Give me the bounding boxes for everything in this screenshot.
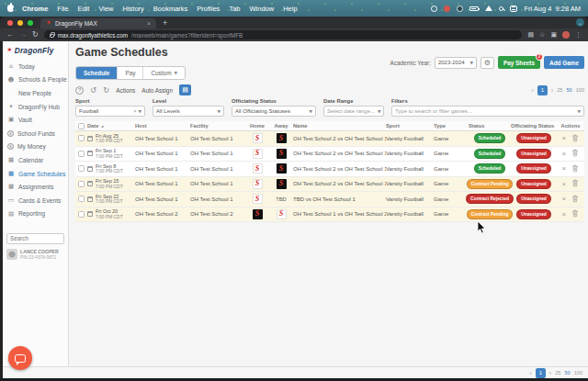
row-checkbox[interactable] [78,135,85,141]
actions-menu[interactable]: Actions [116,87,135,94]
spotlight-search-icon[interactable] [499,6,503,11]
column-away[interactable]: Away [269,123,293,129]
search-input[interactable] [6,233,64,244]
menubar-item-window[interactable]: Window [249,5,274,13]
date-range-filter-select[interactable]: Select date range... ▼ [323,106,384,117]
auto-assign-button[interactable]: Auto Assign [141,87,173,94]
pay-sheets-button[interactable]: Pay Sheets 2 [498,56,540,69]
page-size-50[interactable]: 50 [566,87,571,93]
new-tab-button[interactable]: + [163,19,167,28]
control-center-icon[interactable] [510,6,517,12]
sidebar-item-vault[interactable]: ▣Vault [3,113,68,127]
table-row[interactable]: Fri Sep 8 7:00 PM CDT OH Test School 1 O… [75,162,584,177]
delete-game-icon[interactable] [571,164,579,174]
pagination-next-icon[interactable]: › [549,370,551,376]
page-size-25[interactable]: 25 [557,87,562,93]
sidebar-item-game-schedules[interactable]: ▦Game Schedules [3,167,68,181]
cancel-game-icon[interactable]: × [562,151,566,158]
extensions-icon[interactable]: ▣ [550,32,557,39]
sort-icon[interactable]: ▴▾ [101,124,103,129]
column-name[interactable]: Name [293,123,386,129]
menubar-item-profiles[interactable]: Profiles [197,5,220,13]
table-row[interactable]: Fri Sep 22 7:00 PM CDT OH Test School 1 … [75,192,584,207]
sidebar-item-schools-people[interactable]: ☻Schools & People [3,73,68,87]
menubar-item-view[interactable]: View [98,5,113,13]
table-row[interactable]: Fri Sep 15 7:00 PM CDT OH Test School 1 … [75,177,584,193]
select-all-checkbox[interactable] [78,123,85,129]
table-row[interactable]: Fri Oct 20 7:00 PM CDT OH Test School 2 … [75,207,584,223]
kebab-menu-icon[interactable]: ⋮ [575,32,582,39]
menubar-clock[interactable]: Fri Aug 4 9:28 AM [524,5,581,13]
add-game-button[interactable]: Add Game [544,56,584,69]
tab-schedule[interactable]: Schedule [76,67,118,79]
redo-icon[interactable]: ↻ [103,86,109,95]
sport-filter-select[interactable]: Football × ▼ [75,106,145,117]
column-status[interactable]: Status [469,123,511,129]
browser-tab[interactable]: ✶ DragonFly MAX × [40,18,156,28]
page-size-100[interactable]: 100 [576,87,584,93]
address-bar[interactable]: max.dragonflyathletics.com/maxweb/main/g… [44,30,523,39]
cancel-game-icon[interactable]: × [562,165,566,173]
sidebar-item-school-funds[interactable]: $School Funds [3,127,68,140]
column-home[interactable]: Home [245,123,269,129]
pagination-prev-icon[interactable]: ‹ [532,87,534,94]
lock-icon[interactable] [50,34,54,38]
extension-menu-icon[interactable] [444,6,450,12]
pagination-page-1[interactable]: 1 [536,368,546,378]
chevron-down-icon[interactable]: ⌄ [576,18,584,27]
delete-game-icon[interactable] [571,134,579,143]
stats-menu-icon[interactable] [431,6,437,12]
officiating-status-filter-select[interactable]: All Officiating Statuses ▼ [232,106,316,117]
tab-close-icon[interactable]: × [147,20,151,27]
menubar-item-bookmarks[interactable]: Bookmarks [153,5,188,13]
user-profile[interactable]: ☻ LANCE COOPER PIN 23-4378-9872 [3,247,68,262]
apple-menu-icon[interactable] [7,5,14,12]
help-icon[interactable]: ? [75,86,84,95]
page-size-25[interactable]: 25 [555,370,560,375]
tab-custom[interactable]: Custom▼ [143,67,185,79]
sidebar-item-reporting[interactable]: ▤Reporting [3,207,68,221]
column-date[interactable]: Date [87,123,98,129]
cancel-game-icon[interactable]: × [562,181,566,188]
row-checkbox[interactable] [78,211,85,218]
row-checkbox[interactable] [78,181,85,187]
column-officiating-status[interactable]: Officiating Status [511,123,557,129]
minimize-window-button[interactable] [17,20,23,26]
sidebar-item-cards-events[interactable]: ▭Cards & Events [3,194,68,207]
zoom-window-button[interactable] [28,20,33,26]
side-panel-icon[interactable]: ▤ [527,32,534,39]
delete-game-icon[interactable] [571,195,579,204]
menubar-item-history[interactable]: History [123,5,144,13]
menubar-item-edit[interactable]: Edit [77,5,89,13]
games-search-input[interactable]: Type to search or filter games... ▼ [391,106,584,117]
pagination-next-icon[interactable]: › [551,87,553,94]
delete-game-icon[interactable] [571,179,579,188]
pagination-prev-icon[interactable]: ‹ [530,370,532,376]
table-row[interactable]: Fri Sep 1 7:00 PM CDT OH Test School 1 O… [75,147,584,162]
dragonfly-logo[interactable]: ✶ DragonFly [3,45,68,60]
menubar-item-help[interactable]: Help [283,5,297,13]
wifi-icon[interactable] [485,6,492,11]
row-checkbox[interactable] [78,196,85,202]
reload-icon[interactable]: ↻ [32,31,39,39]
tab-pay[interactable]: Pay [118,67,143,79]
level-filter-select[interactable]: All Levels ▼ [153,106,224,117]
row-checkbox[interactable] [78,165,85,172]
cancel-game-icon[interactable]: × [562,135,566,142]
sidebar-item-assignments[interactable]: ▦Assignments [3,180,68,194]
clear-filter-icon[interactable]: × [133,108,137,114]
pagination-page-1[interactable]: 1 [537,85,548,95]
battery-icon[interactable] [469,6,479,11]
settings-gear-button[interactable]: ⚙ [481,57,494,69]
undo-icon[interactable]: ↺ [90,86,96,95]
chat-support-button[interactable] [8,346,32,370]
sidebar-item-my-money[interactable]: $My Money [3,140,68,154]
menubar-item-file[interactable]: File [57,5,68,13]
page-size-100[interactable]: 100 [574,370,582,375]
export-document-button[interactable]: ▤ [179,84,191,95]
table-row[interactable]: Fri Aug 25 7:00 PM CDT OH Test School 1 … [75,131,584,147]
sidebar-item-new-people[interactable]: New People [3,86,68,100]
bookmark-star-icon[interactable]: ☆ [539,32,545,39]
sidebar-item-dragonfly-hub[interactable]: ✦DragonFly Hub [3,100,68,114]
delete-game-icon[interactable] [571,209,579,219]
